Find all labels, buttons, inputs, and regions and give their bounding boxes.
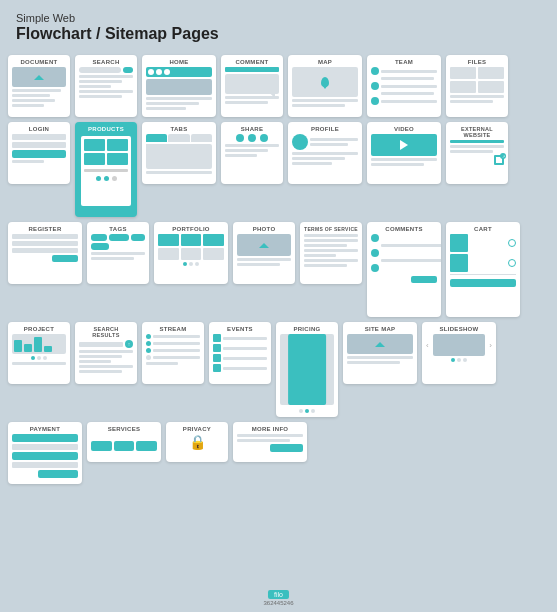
card-stream[interactable]: STREAM <box>142 322 204 384</box>
card-login[interactable]: LOGIN <box>8 122 70 184</box>
watermark: filo 362445246 <box>263 590 293 606</box>
card-search[interactable]: SEARCH <box>75 55 137 117</box>
card-tags[interactable]: TAGS <box>87 222 149 284</box>
card-portfolio[interactable]: PORTFOLIO <box>154 222 228 284</box>
card-payment[interactable]: PAYMENT <box>8 422 82 484</box>
card-project[interactable]: PROJECT <box>8 322 70 384</box>
main-container: Simple Web Flowchart / Sitemap Pages DOC… <box>0 0 557 612</box>
card-services[interactable]: SERVICES <box>87 422 161 462</box>
header-subtitle: Simple Web <box>16 12 541 24</box>
header-title: Flowchart / Sitemap Pages <box>16 24 541 43</box>
getty-id: 362445246 <box>263 600 293 606</box>
card-home[interactable]: HOME <box>142 55 216 117</box>
card-profile[interactable]: PROFILE <box>288 122 362 184</box>
card-photo[interactable]: PHOTO <box>233 222 295 284</box>
card-search-results[interactable]: SEARCH RESULTS ↑ <box>75 322 137 384</box>
card-terms-of-service[interactable]: TERMS OF SERVICE <box>300 222 362 284</box>
card-cart[interactable]: CART <box>446 222 520 317</box>
card-team[interactable]: TEAM <box>367 55 441 117</box>
card-share[interactable]: SHARE <box>221 122 283 184</box>
card-slideshow[interactable]: SLIDESHOW ‹ › <box>422 322 496 384</box>
card-video[interactable]: VIDEO <box>367 122 441 184</box>
card-files[interactable]: FILES <box>446 55 508 117</box>
card-privacy[interactable]: PRIVACY 🔒 <box>166 422 228 462</box>
card-comments[interactable]: COMMENTS <box>367 222 441 317</box>
card-pricing[interactable]: PRICING <box>276 322 338 417</box>
card-map[interactable]: MAP <box>288 55 362 117</box>
card-events[interactable]: EVENTS <box>209 322 271 384</box>
card-site-map[interactable]: SITE MAP <box>343 322 417 384</box>
card-register[interactable]: REGISTER <box>8 222 82 284</box>
card-more-info[interactable]: MORE INFO <box>233 422 307 462</box>
card-comment[interactable]: COMMENT <box>221 55 283 117</box>
card-tabs[interactable]: TABS <box>142 122 216 184</box>
products-inner <box>81 136 131 206</box>
card-external-website[interactable]: EXTERNAL WEBSITE ↗ <box>446 122 508 184</box>
author-tag: filo <box>268 590 289 599</box>
header: Simple Web Flowchart / Sitemap Pages <box>0 0 557 51</box>
card-products[interactable]: PRODUCTS <box>75 122 137 217</box>
card-document[interactable]: DOCUMENT <box>8 55 70 117</box>
cards-grid: DOCUMENT SEARCH <box>0 51 557 488</box>
